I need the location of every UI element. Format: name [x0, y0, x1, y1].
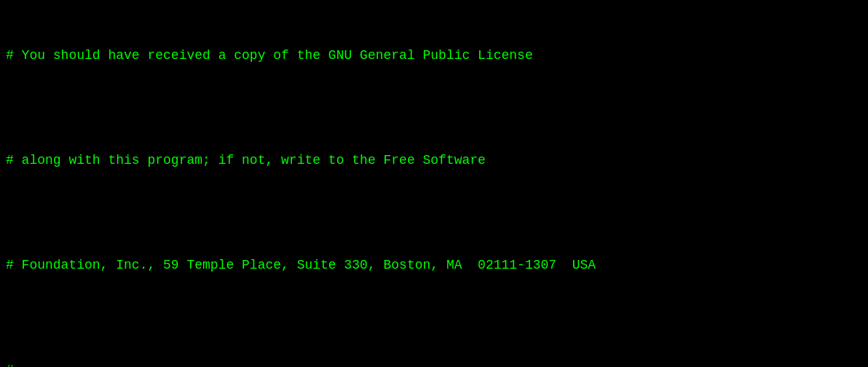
line-3: # Foundation, Inc., 59 Temple Place, Sui… — [6, 255, 862, 276]
code-display: # You should have received a copy of the… — [6, 3, 862, 367]
line-1: # You should have received a copy of the… — [6, 45, 862, 66]
line-2: # along with this program; if not, write… — [6, 150, 862, 171]
line-4: # — [6, 360, 862, 367]
